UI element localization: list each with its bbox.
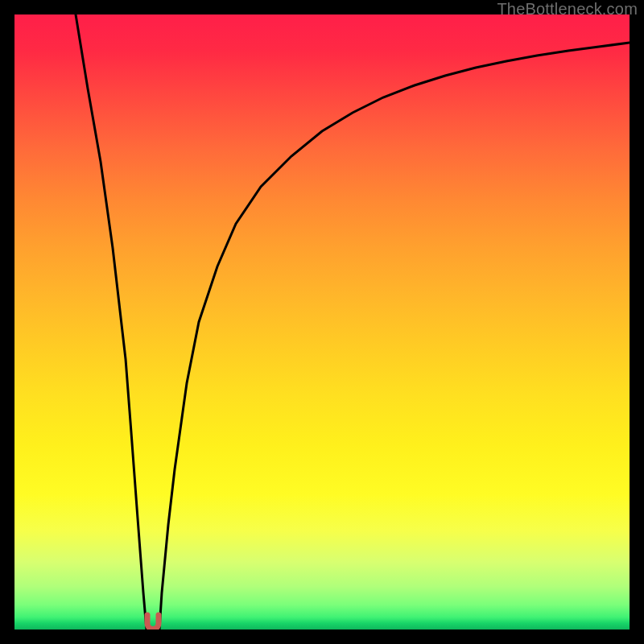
watermark-label: TheBottleneck.com — [497, 0, 638, 19]
bottleneck-gradient-background — [14, 14, 630, 630]
plot-area — [14, 14, 630, 630]
chart-container: TheBottleneck.com — [0, 0, 644, 644]
